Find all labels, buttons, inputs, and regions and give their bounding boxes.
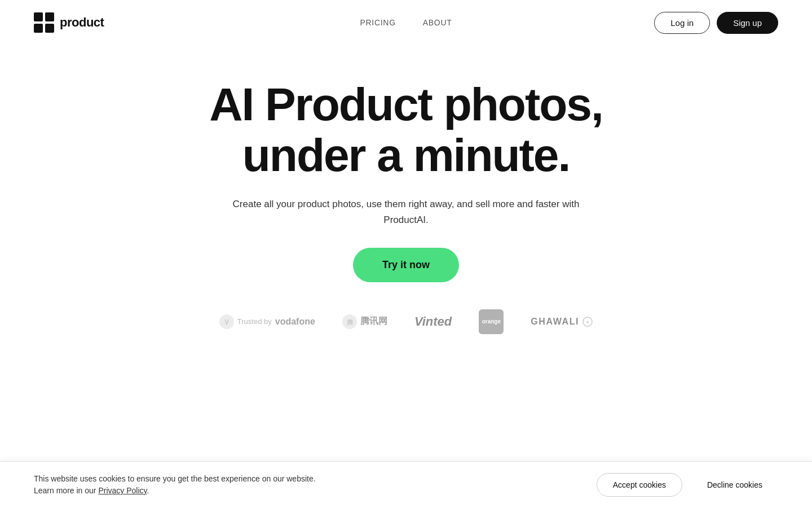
svg-text:✦: ✦ — [585, 319, 590, 325]
svg-rect-2 — [34, 24, 43, 33]
hero-section: AI Product photos, under a minute. Creat… — [0, 45, 812, 357]
orange-inner-text: orange — [482, 318, 501, 325]
cookie-text-line1: This website uses cookies to ensure you … — [34, 474, 316, 483]
nav-pricing[interactable]: PRICING — [360, 18, 396, 27]
trusted-by-section: V Trusted by vodafone 腾 腾讯网 Vinted orang… — [219, 309, 593, 334]
ghawali-icon: ✦ — [582, 317, 593, 327]
logo[interactable]: product — [34, 12, 104, 33]
hero-title: AI Product photos, under a minute. — [152, 79, 660, 181]
svg-text:V: V — [224, 318, 229, 326]
orange-logo: orange — [479, 309, 504, 334]
main-nav: PRICING ABOUT — [360, 18, 452, 27]
tencent-logo: 腾 腾讯网 — [342, 314, 387, 329]
vodafone-text: Trusted by — [237, 317, 272, 326]
cookie-text-line2: Learn more in our Privacy Policy. — [34, 486, 149, 495]
decline-cookies-button[interactable]: Decline cookies — [691, 474, 778, 496]
trusted-by-label: V Trusted by vodafone — [219, 314, 315, 329]
ghawali-logo: GHAWALI ✦ — [531, 317, 593, 327]
signup-button[interactable]: Sign up — [717, 12, 778, 34]
svg-rect-1 — [45, 12, 54, 21]
logo-icon — [34, 12, 54, 33]
accept-cookies-button[interactable]: Accept cookies — [597, 473, 682, 497]
vodafone-icon: V — [219, 314, 234, 329]
login-button[interactable]: Log in — [654, 12, 710, 34]
vodafone-brand: vodafone — [275, 317, 315, 327]
vinted-logo: Vinted — [414, 314, 452, 329]
privacy-policy-link[interactable]: Privacy Policy — [98, 486, 147, 495]
svg-rect-3 — [45, 24, 54, 33]
tencent-icon: 腾 — [342, 314, 357, 329]
hero-subtitle: Create all your product photos, use them… — [226, 196, 586, 227]
cookie-banner: This website uses cookies to ensure you … — [0, 461, 812, 508]
header-actions: Log in Sign up — [654, 12, 778, 34]
logo-label: product — [60, 15, 104, 30]
vinted-brand-text: Vinted — [414, 314, 452, 329]
header: product PRICING ABOUT Log in Sign up — [0, 0, 812, 45]
orange-box-icon: orange — [479, 309, 504, 334]
ghawali-brand-text: GHAWALI — [531, 317, 579, 327]
cookie-actions: Accept cookies Decline cookies — [597, 473, 778, 497]
svg-text:腾: 腾 — [346, 319, 353, 326]
nav-about[interactable]: ABOUT — [423, 18, 452, 27]
cookie-text: This website uses cookies to ensure you … — [34, 473, 316, 497]
svg-rect-0 — [34, 12, 43, 21]
try-it-now-button[interactable]: Try it now — [353, 248, 459, 282]
tencent-brand-text: 腾讯网 — [360, 316, 387, 327]
